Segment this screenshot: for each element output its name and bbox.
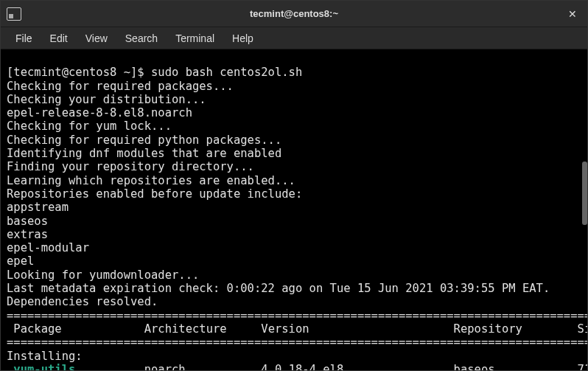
terminal-content[interactable]: [tecmint@centos8 ~]$ sudo bash centos2ol…	[1, 49, 587, 370]
output-line: epel-release-8-8.el8.noarch	[7, 106, 192, 119]
col-arch: Architecture	[144, 322, 227, 336]
package-repo: baseos	[454, 363, 495, 370]
output-line: Identifying dnf modules that are enabled	[7, 147, 281, 160]
output-line: Last metadata expiration check: 0:00:22 …	[7, 282, 550, 295]
output-line: baseos	[7, 215, 48, 228]
col-size: Size	[578, 322, 587, 336]
output-line: Checking for required python packages...	[7, 134, 281, 147]
installing-label: Installing:	[7, 350, 83, 363]
col-version: Version	[261, 322, 309, 336]
output-line: appstream	[7, 201, 69, 214]
separator-line: ========================================…	[7, 336, 587, 349]
menu-edit[interactable]: Edit	[41, 30, 77, 47]
output-line: Checking for yum lock...	[7, 119, 172, 133]
terminal-icon	[7, 7, 21, 21]
output-line: Finding your repository directory...	[7, 160, 254, 173]
menu-search[interactable]: Search	[116, 30, 167, 47]
output-line: extras	[7, 228, 48, 241]
output-line: Checking your distribution...	[7, 93, 206, 106]
package-name: yum-utils	[7, 363, 75, 370]
package-size: 71 k	[570, 363, 587, 370]
menu-view[interactable]: View	[77, 30, 116, 47]
package-arch: noarch	[144, 363, 186, 370]
menu-terminal[interactable]: Terminal	[167, 30, 223, 47]
window-title: tecmint@centos8:~	[250, 8, 338, 19]
output-line: Checking for required packages...	[7, 80, 234, 93]
package-version: 4.0.18-4.el8	[261, 363, 343, 370]
close-icon[interactable]: ✕	[564, 5, 581, 23]
col-package: Package	[7, 322, 62, 336]
scrollbar-thumb[interactable]	[582, 162, 587, 225]
separator-line: ========================================…	[7, 309, 587, 322]
output-line: Learning which repositories are enabled.…	[7, 174, 295, 187]
output-line: Looking for yumdownloader...	[7, 268, 199, 282]
output-line: Repositories enabled before update inclu…	[7, 187, 302, 201]
col-repo: Repository	[454, 322, 522, 336]
output-line: epel-modular	[7, 241, 89, 254]
menu-file[interactable]: File	[7, 30, 41, 47]
shell-command: sudo bash centos2ol.sh	[151, 66, 302, 79]
menu-help[interactable]: Help	[223, 30, 262, 47]
output-line: Dependencies resolved.	[7, 295, 158, 308]
output-line: epel	[7, 254, 34, 268]
menubar: File Edit View Search Terminal Help	[1, 27, 587, 49]
shell-prompt: [tecmint@centos8 ~]$	[7, 66, 151, 79]
window-titlebar: tecmint@centos8:~ ✕	[1, 1, 587, 27]
